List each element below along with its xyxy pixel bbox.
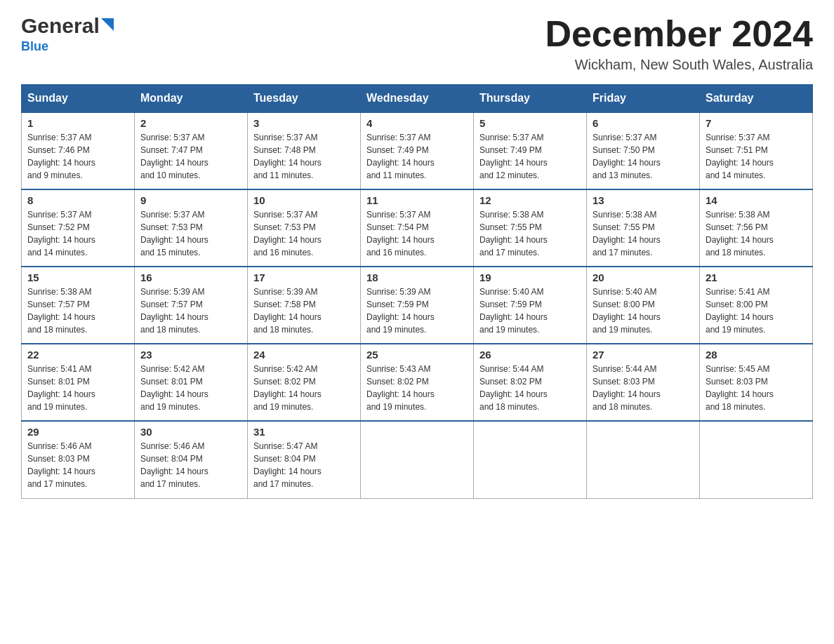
logo-blue-text: Blue [21, 39, 48, 54]
day-number: 29 [27, 426, 128, 438]
day-number: 13 [593, 194, 694, 206]
day-info: Sunrise: 5:43 AMSunset: 8:02 PMDaylight:… [366, 364, 435, 412]
calendar-week-row: 8Sunrise: 5:37 AMSunset: 7:52 PMDaylight… [22, 189, 813, 267]
day-number: 31 [253, 426, 355, 438]
svg-marker-0 [101, 18, 114, 31]
day-number: 21 [706, 271, 807, 283]
day-info: Sunrise: 5:45 AMSunset: 8:03 PMDaylight:… [706, 364, 774, 412]
day-number: 24 [253, 349, 355, 361]
calendar-cell: 24Sunrise: 5:42 AMSunset: 8:02 PMDayligh… [248, 344, 361, 421]
month-title: December 2024 [545, 14, 813, 54]
weekday-header-friday: Friday [587, 85, 700, 113]
calendar-cell [361, 421, 474, 498]
day-info: Sunrise: 5:46 AMSunset: 8:03 PMDaylight:… [27, 441, 95, 489]
day-number: 1 [27, 117, 128, 129]
calendar-cell: 26Sunrise: 5:44 AMSunset: 8:02 PMDayligh… [474, 344, 587, 421]
calendar-cell: 1Sunrise: 5:37 AMSunset: 7:46 PMDaylight… [22, 112, 135, 189]
day-info: Sunrise: 5:44 AMSunset: 8:03 PMDaylight:… [593, 364, 661, 412]
page-header: General Blue December 2024 Wickham, New … [21, 14, 813, 73]
day-info: Sunrise: 5:38 AMSunset: 7:55 PMDaylight:… [479, 210, 548, 257]
day-info: Sunrise: 5:41 AMSunset: 8:00 PMDaylight:… [706, 287, 774, 335]
day-number: 27 [593, 349, 694, 361]
calendar-cell: 2Sunrise: 5:37 AMSunset: 7:47 PMDaylight… [135, 112, 248, 189]
logo: General Blue [21, 14, 115, 54]
calendar-week-row: 29Sunrise: 5:46 AMSunset: 8:03 PMDayligh… [22, 421, 813, 498]
title-area: December 2024 Wickham, New South Wales, … [545, 14, 813, 73]
weekday-header-sunday: Sunday [22, 85, 135, 113]
calendar-cell: 19Sunrise: 5:40 AMSunset: 7:59 PMDayligh… [474, 267, 587, 344]
calendar-cell: 20Sunrise: 5:40 AMSunset: 8:00 PMDayligh… [587, 267, 700, 344]
day-number: 8 [27, 194, 128, 206]
calendar-cell: 28Sunrise: 5:45 AMSunset: 8:03 PMDayligh… [700, 344, 813, 421]
day-info: Sunrise: 5:38 AMSunset: 7:55 PMDaylight:… [593, 210, 661, 257]
day-info: Sunrise: 5:37 AMSunset: 7:48 PMDaylight:… [253, 133, 322, 180]
weekday-header-thursday: Thursday [474, 85, 587, 113]
calendar-cell [587, 421, 700, 498]
calendar-cell: 6Sunrise: 5:37 AMSunset: 7:50 PMDaylight… [587, 112, 700, 189]
day-number: 25 [366, 349, 468, 361]
day-info: Sunrise: 5:40 AMSunset: 8:00 PMDaylight:… [593, 287, 661, 335]
calendar-cell: 14Sunrise: 5:38 AMSunset: 7:56 PMDayligh… [700, 189, 813, 267]
calendar-cell: 17Sunrise: 5:39 AMSunset: 7:58 PMDayligh… [248, 267, 361, 344]
calendar-cell: 4Sunrise: 5:37 AMSunset: 7:49 PMDaylight… [361, 112, 474, 189]
day-number: 12 [479, 194, 581, 206]
calendar-week-row: 1Sunrise: 5:37 AMSunset: 7:46 PMDaylight… [22, 112, 813, 189]
day-number: 23 [140, 349, 241, 361]
day-info: Sunrise: 5:37 AMSunset: 7:49 PMDaylight:… [366, 133, 435, 180]
calendar-cell: 16Sunrise: 5:39 AMSunset: 7:57 PMDayligh… [135, 267, 248, 344]
day-info: Sunrise: 5:39 AMSunset: 7:57 PMDaylight:… [140, 287, 208, 335]
day-info: Sunrise: 5:41 AMSunset: 8:01 PMDaylight:… [27, 364, 95, 412]
day-number: 20 [593, 271, 694, 283]
calendar-cell: 25Sunrise: 5:43 AMSunset: 8:02 PMDayligh… [361, 344, 474, 421]
calendar-cell: 3Sunrise: 5:37 AMSunset: 7:48 PMDaylight… [248, 112, 361, 189]
day-info: Sunrise: 5:37 AMSunset: 7:53 PMDaylight:… [253, 210, 322, 257]
day-number: 5 [479, 117, 581, 129]
calendar-cell [474, 421, 587, 498]
day-number: 9 [140, 194, 241, 206]
day-number: 11 [366, 194, 468, 206]
day-number: 2 [140, 117, 241, 129]
calendar-table: SundayMondayTuesdayWednesdayThursdayFrid… [21, 84, 813, 499]
day-number: 16 [140, 271, 241, 283]
weekday-header-saturday: Saturday [700, 85, 813, 113]
calendar-cell: 29Sunrise: 5:46 AMSunset: 8:03 PMDayligh… [22, 421, 135, 498]
logo-general-text: General [21, 14, 100, 38]
calendar-cell: 30Sunrise: 5:46 AMSunset: 8:04 PMDayligh… [135, 421, 248, 498]
calendar-cell: 27Sunrise: 5:44 AMSunset: 8:03 PMDayligh… [587, 344, 700, 421]
calendar-cell: 8Sunrise: 5:37 AMSunset: 7:52 PMDaylight… [22, 189, 135, 267]
calendar-cell: 7Sunrise: 5:37 AMSunset: 7:51 PMDaylight… [700, 112, 813, 189]
day-number: 26 [479, 349, 581, 361]
day-info: Sunrise: 5:46 AMSunset: 8:04 PMDaylight:… [140, 441, 208, 489]
weekday-header-row: SundayMondayTuesdayWednesdayThursdayFrid… [22, 85, 813, 113]
day-info: Sunrise: 5:37 AMSunset: 7:54 PMDaylight:… [366, 210, 435, 257]
day-info: Sunrise: 5:44 AMSunset: 8:02 PMDaylight:… [479, 364, 548, 412]
weekday-header-wednesday: Wednesday [361, 85, 474, 113]
calendar-cell: 23Sunrise: 5:42 AMSunset: 8:01 PMDayligh… [135, 344, 248, 421]
day-info: Sunrise: 5:40 AMSunset: 7:59 PMDaylight:… [479, 287, 548, 335]
calendar-cell [700, 421, 813, 498]
day-info: Sunrise: 5:39 AMSunset: 7:58 PMDaylight:… [253, 287, 322, 335]
calendar-cell: 11Sunrise: 5:37 AMSunset: 7:54 PMDayligh… [361, 189, 474, 267]
day-info: Sunrise: 5:47 AMSunset: 8:04 PMDaylight:… [253, 441, 322, 489]
weekday-header-monday: Monday [135, 85, 248, 113]
day-number: 19 [479, 271, 581, 283]
day-info: Sunrise: 5:37 AMSunset: 7:49 PMDaylight:… [479, 133, 548, 180]
day-number: 14 [706, 194, 807, 206]
day-number: 30 [140, 426, 241, 438]
calendar-cell: 13Sunrise: 5:38 AMSunset: 7:55 PMDayligh… [587, 189, 700, 267]
day-info: Sunrise: 5:37 AMSunset: 7:46 PMDaylight:… [27, 133, 95, 180]
day-number: 18 [366, 271, 468, 283]
day-number: 22 [27, 349, 128, 361]
day-info: Sunrise: 5:42 AMSunset: 8:02 PMDaylight:… [253, 364, 322, 412]
calendar-cell: 5Sunrise: 5:37 AMSunset: 7:49 PMDaylight… [474, 112, 587, 189]
calendar-cell: 18Sunrise: 5:39 AMSunset: 7:59 PMDayligh… [361, 267, 474, 344]
day-info: Sunrise: 5:37 AMSunset: 7:47 PMDaylight:… [140, 133, 208, 180]
day-info: Sunrise: 5:38 AMSunset: 7:57 PMDaylight:… [27, 287, 95, 335]
calendar-cell: 12Sunrise: 5:38 AMSunset: 7:55 PMDayligh… [474, 189, 587, 267]
day-number: 28 [706, 349, 807, 361]
day-number: 7 [706, 117, 807, 129]
day-number: 10 [253, 194, 355, 206]
weekday-header-tuesday: Tuesday [248, 85, 361, 113]
day-info: Sunrise: 5:37 AMSunset: 7:51 PMDaylight:… [706, 133, 774, 180]
day-info: Sunrise: 5:37 AMSunset: 7:52 PMDaylight:… [27, 210, 95, 257]
